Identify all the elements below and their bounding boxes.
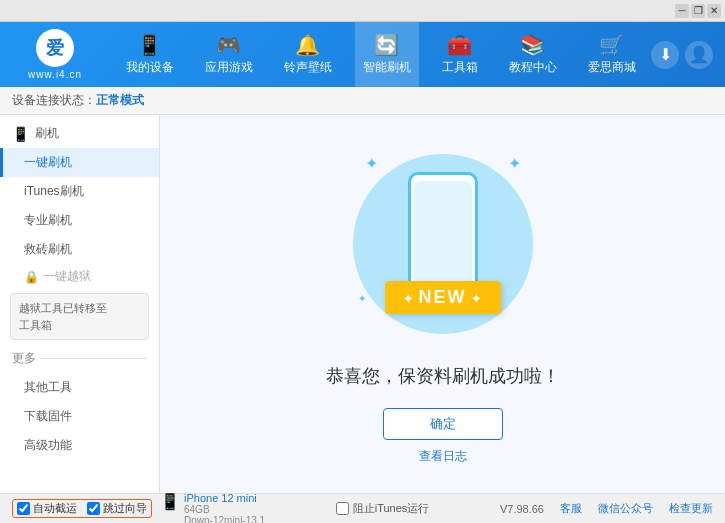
title-bar: ─ ❐ ✕ (0, 0, 725, 22)
skip-wizard-label: 跳过向导 (103, 501, 147, 516)
close-button[interactable]: ✕ (707, 4, 721, 18)
version-label: V7.98.66 (500, 503, 544, 515)
sidebar-item-one-key-flash[interactable]: 一键刷机 (0, 148, 159, 177)
sidebar: 📱 刷机 一键刷机 iTunes刷机 专业刷机 救砖刷机 🔒 一键越狱 越狱工具… (0, 115, 160, 493)
nav-my-device[interactable]: 📱 我的设备 (118, 22, 182, 87)
itunes-flash-label: iTunes刷机 (24, 184, 84, 198)
view-log-label: 查看日志 (419, 449, 467, 463)
content-area: ✦ ✦ ✦ NEW 恭喜您，保资料刷机成功啦！ 确定 查看日志 (160, 115, 725, 493)
success-illustration: ✦ ✦ ✦ NEW (343, 144, 543, 344)
nav-bar: 📱 我的设备 🎮 应用游戏 🔔 铃声壁纸 🔄 智能刷机 🧰 工具箱 📚 教程中心… (110, 22, 651, 87)
divider-line (40, 358, 147, 359)
stop-itunes-checkbox[interactable] (336, 502, 349, 515)
advanced-label: 高级功能 (24, 438, 72, 452)
status-prefix: 设备连接状态： (12, 92, 96, 109)
sidebar-divider-more: 更多 (0, 344, 159, 373)
device-name: iPhone 12 mini (184, 492, 265, 504)
auto-send-check-input[interactable] (17, 502, 30, 515)
download-firmware-label: 下载固件 (24, 409, 72, 423)
restore-button[interactable]: ❐ (691, 4, 705, 18)
status-bar: 设备连接状态： 正常模式 (0, 87, 725, 115)
tutorials-label: 教程中心 (509, 59, 557, 76)
my-device-label: 我的设备 (126, 59, 174, 76)
nav-apps-games[interactable]: 🎮 应用游戏 (197, 22, 261, 87)
device-model: Down-12mini-13,1 (184, 515, 265, 524)
header: 爱 www.i4.cn 📱 我的设备 🎮 应用游戏 🔔 铃声壁纸 🔄 智能刷机 … (0, 22, 725, 87)
sidebar-item-jailbreak: 🔒 一键越狱 (0, 264, 159, 289)
stop-itunes-label: 阻止iTunes运行 (353, 501, 430, 516)
status-value: 正常模式 (96, 92, 144, 109)
download-button[interactable]: ⬇ (651, 41, 679, 69)
bottom-bar: 自动截运 跳过向导 📱 iPhone 12 mini 64GB Down-12m… (0, 493, 725, 523)
sidebar-item-itunes-flash[interactable]: iTunes刷机 (0, 177, 159, 206)
checkbox-group: 自动截运 跳过向导 (12, 499, 152, 518)
sidebar-item-download-firmware[interactable]: 下载固件 (0, 402, 159, 431)
other-tools-label: 其他工具 (24, 380, 72, 394)
toolbox-icon: 🧰 (447, 33, 472, 57)
pro-flash-label: 专业刷机 (24, 213, 72, 227)
nav-tutorials[interactable]: 📚 教程中心 (501, 22, 565, 87)
apps-games-label: 应用游戏 (205, 59, 253, 76)
tutorials-icon: 📚 (520, 33, 545, 57)
confirm-button[interactable]: 确定 (383, 408, 503, 440)
header-actions: ⬇ 👤 (651, 41, 725, 69)
more-label: 更多 (12, 350, 36, 367)
auto-send-checkbox[interactable]: 自动截运 (17, 501, 77, 516)
jailbreak-notice-box: 越狱工具已转移至 工具箱 (10, 293, 149, 340)
user-button[interactable]: 👤 (685, 41, 713, 69)
sidebar-section-label-flash: 刷机 (35, 125, 59, 142)
check-update-link[interactable]: 检查更新 (669, 501, 713, 516)
logo-icon: 爱 (36, 29, 74, 67)
sparkle-3: ✦ (358, 293, 366, 304)
nav-smart-flash[interactable]: 🔄 智能刷机 (355, 22, 419, 87)
new-ribbon: NEW (385, 281, 501, 314)
wechat-official-link[interactable]: 微信公众号 (598, 501, 653, 516)
smart-flash-icon: 🔄 (374, 33, 399, 57)
skip-wizard-check-input[interactable] (87, 502, 100, 515)
nav-mall[interactable]: 🛒 爱思商城 (580, 22, 644, 87)
success-message: 恭喜您，保资料刷机成功啦！ (326, 364, 560, 388)
toolbox-label: 工具箱 (442, 59, 478, 76)
sidebar-item-brick-flash[interactable]: 救砖刷机 (0, 235, 159, 264)
sidebar-item-pro-flash[interactable]: 专业刷机 (0, 206, 159, 235)
sidebar-flash-section: 📱 刷机 一键刷机 iTunes刷机 专业刷机 救砖刷机 🔒 一键越狱 越狱工具… (0, 115, 159, 464)
bottom-left: 自动截运 跳过向导 📱 iPhone 12 mini 64GB Down-12m… (12, 492, 265, 524)
sparkle-1: ✦ (365, 154, 378, 173)
logo-char: 爱 (46, 36, 64, 60)
stop-itunes-area: 阻止iTunes运行 (336, 501, 430, 516)
apps-games-icon: 🎮 (216, 33, 241, 57)
one-key-flash-label: 一键刷机 (24, 155, 72, 169)
bottom-right: V7.98.66 客服 微信公众号 检查更新 (500, 501, 713, 516)
device-info-area: 📱 iPhone 12 mini 64GB Down-12mini-13,1 (160, 492, 265, 524)
skip-wizard-checkbox[interactable]: 跳过向导 (87, 501, 147, 516)
ringtones-label: 铃声壁纸 (284, 59, 332, 76)
nav-ringtones[interactable]: 🔔 铃声壁纸 (276, 22, 340, 87)
minimize-button[interactable]: ─ (675, 4, 689, 18)
brick-flash-label: 救砖刷机 (24, 242, 72, 256)
main-area: 📱 刷机 一键刷机 iTunes刷机 专业刷机 救砖刷机 🔒 一键越狱 越狱工具… (0, 115, 725, 493)
mall-icon: 🛒 (599, 33, 624, 57)
device-phone-icon: 📱 (160, 492, 180, 511)
jailbreak-notice-line2: 工具箱 (19, 319, 52, 331)
smart-flash-label: 智能刷机 (363, 59, 411, 76)
my-device-icon: 📱 (137, 33, 162, 57)
mall-label: 爱思商城 (588, 59, 636, 76)
customer-service-link[interactable]: 客服 (560, 501, 582, 516)
sidebar-item-other-tools[interactable]: 其他工具 (0, 373, 159, 402)
logo-area: 爱 www.i4.cn (0, 29, 110, 80)
device-details: iPhone 12 mini 64GB Down-12mini-13,1 (184, 492, 265, 524)
logo-url: www.i4.cn (28, 69, 82, 80)
flash-section-icon: 📱 (12, 126, 29, 142)
ringtones-icon: 🔔 (295, 33, 320, 57)
sidebar-section-header-flash: 📱 刷机 (0, 119, 159, 148)
nav-toolbox[interactable]: 🧰 工具箱 (434, 22, 486, 87)
lock-icon: 🔒 (24, 270, 39, 284)
jailbreak-notice-line1: 越狱工具已转移至 (19, 302, 107, 314)
sidebar-item-advanced[interactable]: 高级功能 (0, 431, 159, 460)
jailbreak-label: 一键越狱 (43, 268, 91, 285)
confirm-button-label: 确定 (430, 415, 456, 433)
auto-send-label: 自动截运 (33, 501, 77, 516)
sparkle-2: ✦ (508, 154, 521, 173)
view-log-link[interactable]: 查看日志 (419, 448, 467, 465)
device-storage: 64GB (184, 504, 265, 515)
